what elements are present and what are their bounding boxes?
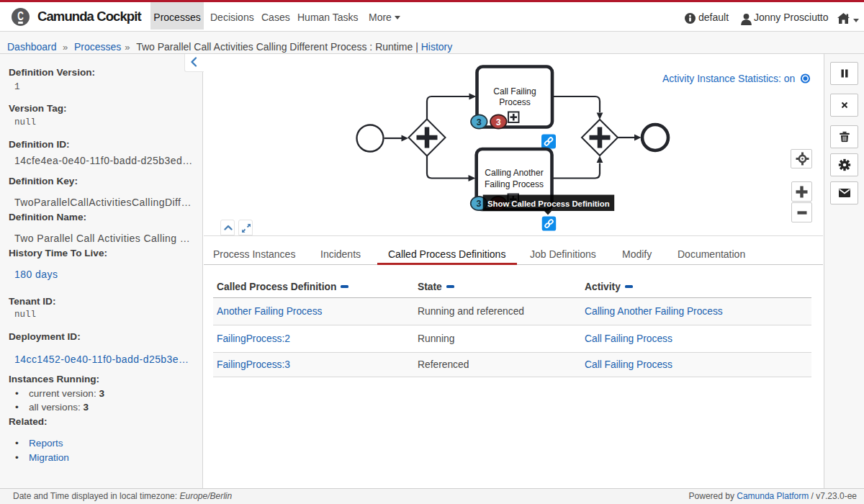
svg-text:C: C <box>17 9 24 22</box>
svg-text:Show Called Process Definition: Show Called Process Definition <box>487 199 610 208</box>
svg-text:3: 3 <box>477 117 482 127</box>
svg-text:Calling Another: Calling Another <box>485 168 543 178</box>
svg-text:Process: Process <box>499 97 530 107</box>
svg-text:3: 3 <box>477 199 482 209</box>
svg-text:Failing Process: Failing Process <box>485 179 544 189</box>
svg-text:Call Failing: Call Failing <box>493 86 536 96</box>
svg-text:3: 3 <box>496 117 501 127</box>
